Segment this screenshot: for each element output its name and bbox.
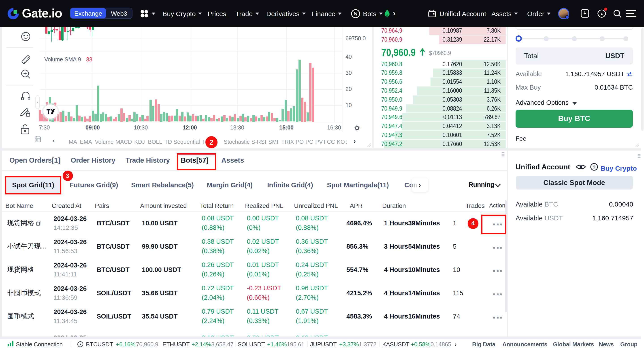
svg-text:?: ? [593,164,596,170]
